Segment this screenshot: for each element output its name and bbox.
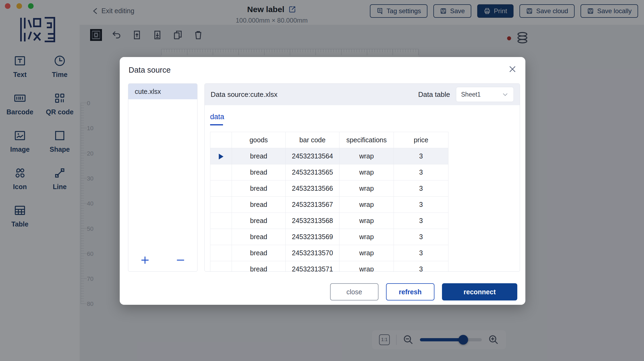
data-table: goods bar code specifications price brea… [210, 132, 448, 272]
table-row[interactable]: bread24532313565wrap3 [210, 164, 448, 180]
table-cell: 3 [394, 261, 448, 272]
table-cell: bread [232, 180, 286, 197]
table-cell: wrap [339, 197, 394, 213]
table-header-row: goods bar code specifications price [210, 132, 448, 148]
table-cell: 3 [394, 197, 448, 213]
row-marker-cell [210, 229, 232, 245]
source-list-panel: cute.xlsx [128, 83, 197, 272]
table-row[interactable]: bread24532313569wrap3 [210, 229, 448, 245]
chevron-down-icon [502, 91, 509, 98]
table-row[interactable]: bread24532313570wrap3 [210, 245, 448, 261]
row-marker-cell [210, 213, 232, 229]
add-source-icon[interactable] [140, 255, 150, 266]
data-panel: Data source:cute.xlsx Data table Sheet1 … [204, 83, 520, 272]
table-cell: 24532313564 [286, 148, 339, 164]
row-marker-cell [210, 261, 232, 272]
table-cell: 24532313567 [286, 197, 339, 213]
column-header: bar code [286, 132, 339, 148]
data-source-modal: Data source cute.xlsx Data source:cute.x… [120, 57, 525, 305]
row-marker-cell [210, 180, 232, 197]
column-header: goods [232, 132, 286, 148]
close-icon[interactable] [508, 65, 516, 74]
table-cell: wrap [339, 261, 394, 272]
data-panel-header: Data source:cute.xlsx Data table Sheet1 [205, 84, 520, 105]
table-cell: bread [232, 261, 286, 272]
table-cell: 24532313565 [286, 164, 339, 180]
modal-footer: close refresh reconnect [330, 283, 517, 300]
table-cell: bread [232, 197, 286, 213]
table-cell: 24532313568 [286, 213, 339, 229]
table-cell: 24532313569 [286, 229, 339, 245]
table-cell: wrap [339, 213, 394, 229]
table-cell: 24532313571 [286, 261, 339, 272]
tab-data-label: data [210, 113, 224, 121]
table-cell: bread [232, 148, 286, 164]
row-marker-cell [210, 148, 232, 164]
table-row[interactable]: bread24532313571wrap3 [210, 261, 448, 272]
table-cell: 3 [394, 229, 448, 245]
table-cell: 3 [394, 148, 448, 164]
table-row[interactable]: bread24532313567wrap3 [210, 197, 448, 213]
table-cell: bread [232, 229, 286, 245]
table-cell: bread [232, 245, 286, 261]
column-header: specifications [339, 132, 394, 148]
source-list-item[interactable]: cute.xlsx [128, 84, 197, 99]
table-row[interactable]: bread24532313566wrap3 [210, 180, 448, 197]
remove-source-icon[interactable] [175, 255, 186, 266]
table-cell: 3 [394, 180, 448, 197]
data-source-label: Data source:cute.xlsx [211, 90, 278, 99]
table-cell: 3 [394, 164, 448, 180]
data-table-label: Data table [418, 90, 450, 99]
row-marker-cell [210, 245, 232, 261]
table-cell: wrap [339, 245, 394, 261]
label-editor-app: Text Time Barcode QR code Image Shape [0, 0, 644, 361]
table-cell: bread [232, 213, 286, 229]
column-header: price [394, 132, 448, 148]
modal-title: Data source [129, 66, 171, 75]
table-cell: wrap [339, 180, 394, 197]
table-cell: wrap [339, 164, 394, 180]
table-cell: wrap [339, 148, 394, 164]
table-cell: bread [232, 164, 286, 180]
row-play-icon [218, 153, 224, 160]
row-marker-cell [210, 164, 232, 180]
table-cell: wrap [339, 229, 394, 245]
table-row[interactable]: bread24532313564wrap3 [210, 148, 448, 164]
source-list-actions [128, 255, 197, 266]
sheet-select-value: Sheet1 [461, 91, 481, 98]
close-button[interactable]: close [330, 283, 378, 300]
refresh-button[interactable]: refresh [386, 283, 434, 300]
table-cell: 24532313570 [286, 245, 339, 261]
table-row[interactable]: bread24532313568wrap3 [210, 213, 448, 229]
row-marker-cell [210, 197, 232, 213]
tab-underline [210, 124, 223, 125]
tab-data[interactable]: data [210, 113, 224, 125]
table-cell: 24532313566 [286, 180, 339, 197]
table-cell: 3 [394, 245, 448, 261]
column-header [210, 132, 232, 148]
reconnect-button[interactable]: reconnect [442, 283, 517, 300]
sheet-select[interactable]: Sheet1 [456, 87, 514, 102]
table-cell: 3 [394, 213, 448, 229]
